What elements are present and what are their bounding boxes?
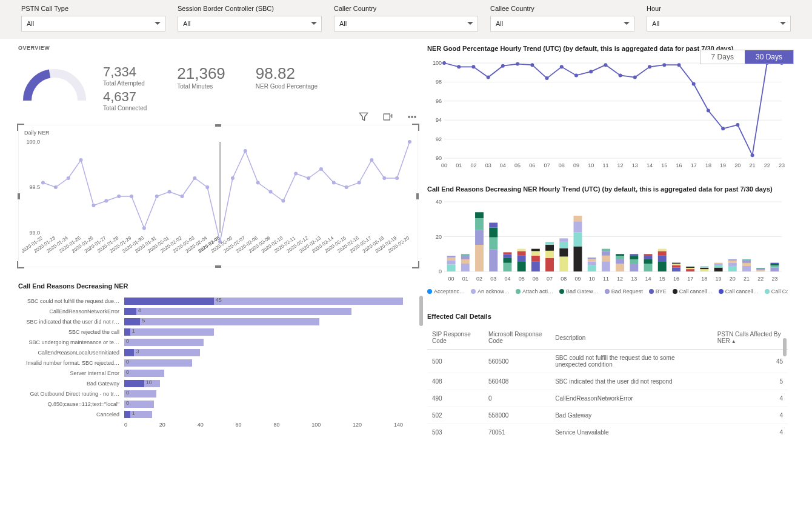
legend-item[interactable]: Bad Gatew… xyxy=(559,288,599,294)
svg-rect-146 xyxy=(489,250,498,271)
svg-rect-185 xyxy=(616,254,624,256)
toggle-7days[interactable]: 7 Days xyxy=(701,50,745,64)
reason-row[interactable]: CallEndReasonNetworkError 4 xyxy=(18,306,418,316)
svg-point-100 xyxy=(736,123,739,127)
svg-rect-200 xyxy=(672,264,681,265)
col-header[interactable]: Microsoft Response Code xyxy=(484,326,550,350)
table-row[interactable]: 4900CallEndReasonNetworkError4 xyxy=(427,390,788,407)
svg-rect-214 xyxy=(728,266,737,271)
table-scrollbar[interactable] xyxy=(783,338,787,356)
kpi-ner-pct: 98.82 xyxy=(256,64,318,83)
svg-text:00: 00 xyxy=(448,276,454,282)
svg-rect-192 xyxy=(644,256,653,259)
svg-point-37 xyxy=(408,140,411,144)
hourly-reasons-chart[interactable]: 0204000010203040506070809101112131415161… xyxy=(427,199,788,284)
kpi-attempted: 7,334 xyxy=(103,64,147,80)
filter-4-select[interactable]: All xyxy=(647,16,791,32)
svg-text:22: 22 xyxy=(764,162,770,168)
svg-rect-136 xyxy=(447,258,456,261)
filter-bar: PSTN Call Type AllSession Border Control… xyxy=(0,0,812,39)
svg-point-83 xyxy=(487,76,490,79)
svg-text:15: 15 xyxy=(661,162,667,168)
filter-3-select[interactable]: All xyxy=(490,16,634,32)
svg-rect-145 xyxy=(475,212,484,218)
col-header[interactable]: PSTN Calls Affected By NER▲ xyxy=(713,326,788,350)
reason-row[interactable]: Server Internal Error 0 xyxy=(18,368,418,378)
legend-item[interactable]: Call Contr… xyxy=(765,288,788,294)
svg-rect-183 xyxy=(616,259,624,264)
table-row[interactable]: 50370051Service Unavailable4 xyxy=(427,424,788,439)
reason-row[interactable]: Q.850;cause=112;text="local" 0 xyxy=(18,399,418,409)
svg-rect-153 xyxy=(503,252,511,254)
table-row[interactable]: 408560408SBC indicated that the user did… xyxy=(427,373,788,390)
reason-row[interactable]: CallEndReasonLocalUserInitiated 3 xyxy=(18,347,418,358)
table-row[interactable]: 502558000Bad Gateway4 xyxy=(427,407,788,424)
reason-row[interactable]: SBC undergoing maintenance or te… 0 xyxy=(18,337,418,347)
col-header[interactable]: SIP Response Code xyxy=(427,326,484,350)
filter-2-select[interactable]: All xyxy=(334,16,478,32)
legend-item[interactable]: Attach acti… xyxy=(516,288,553,294)
reason-row[interactable]: SBC could not fulfill the request due… 4… xyxy=(18,296,418,306)
filter-icon[interactable] xyxy=(358,111,370,124)
toggle-30days[interactable]: 30 Days xyxy=(745,50,793,64)
svg-text:96: 96 xyxy=(436,98,442,104)
svg-text:100.0: 100.0 xyxy=(26,139,40,145)
svg-point-99 xyxy=(721,127,725,130)
svg-rect-229 xyxy=(770,263,779,264)
reason-row[interactable]: SBC rejected the call 1 xyxy=(18,327,418,337)
reason-row[interactable]: Canceled 1 xyxy=(18,409,418,419)
svg-text:18: 18 xyxy=(701,276,707,282)
reason-row[interactable]: Bad Gateway 10 xyxy=(18,378,418,388)
svg-rect-148 xyxy=(489,228,498,238)
svg-text:90: 90 xyxy=(436,155,442,161)
svg-rect-171 xyxy=(574,233,582,247)
svg-rect-194 xyxy=(658,261,667,271)
svg-rect-149 xyxy=(489,223,498,228)
svg-text:02: 02 xyxy=(476,276,482,282)
more-icon[interactable] xyxy=(406,111,418,124)
svg-point-10 xyxy=(67,176,70,180)
svg-text:99.0: 99.0 xyxy=(29,230,40,236)
daily-ner-chart[interactable]: Daily NER 99.099.5100.02020-01-222020-01… xyxy=(18,125,418,267)
table-row[interactable]: 500560500SBC could not fulfill the reque… xyxy=(427,350,788,373)
svg-point-97 xyxy=(692,82,696,86)
legend-item[interactable]: Call cancell… xyxy=(719,288,759,294)
svg-point-33 xyxy=(358,181,361,185)
svg-point-28 xyxy=(294,172,298,176)
svg-rect-193 xyxy=(644,254,653,256)
svg-rect-205 xyxy=(686,266,694,267)
svg-point-90 xyxy=(589,70,593,73)
details-card: Effected Call Details SIP Response CodeM… xyxy=(427,313,788,438)
legend-item[interactable]: BYE xyxy=(649,288,667,294)
reason-row[interactable]: Get Outbound Direct routing - no tr… 0 xyxy=(18,388,418,399)
col-header[interactable]: Description xyxy=(550,326,713,350)
svg-point-86 xyxy=(530,63,534,67)
svg-point-36 xyxy=(395,176,399,180)
svg-text:10: 10 xyxy=(589,276,595,282)
reason-row[interactable]: Invalid number format. SBC rejected… 0 xyxy=(18,358,418,368)
filter-0-select[interactable]: All xyxy=(21,16,165,32)
svg-rect-151 xyxy=(503,258,511,263)
svg-text:04: 04 xyxy=(504,276,510,282)
details-table[interactable]: SIP Response CodeMicrosoft Response Code… xyxy=(427,326,788,438)
gauge-connected-ratio xyxy=(18,64,91,113)
filter-1-select[interactable]: All xyxy=(178,16,322,32)
hbars-scrollbar[interactable] xyxy=(419,296,423,326)
svg-rect-227 xyxy=(770,265,779,268)
dashboard-page: PSTN Call Type AllSession Border Control… xyxy=(0,0,812,509)
legend-item[interactable]: Bad Request xyxy=(605,288,643,294)
hourly-ner-chart[interactable]: 9092949698100000102030405060708091011121… xyxy=(427,58,788,170)
legend-item[interactable]: An acknow… xyxy=(471,288,510,294)
svg-point-11 xyxy=(79,158,83,162)
svg-rect-215 xyxy=(728,263,737,266)
svg-rect-137 xyxy=(447,256,456,258)
reason-row[interactable]: SBC indicated that the user did not r… 5 xyxy=(18,316,418,327)
svg-rect-174 xyxy=(588,265,596,271)
legend-item[interactable]: Call cancell… xyxy=(673,288,713,294)
svg-rect-219 xyxy=(742,263,751,266)
focus-icon[interactable] xyxy=(382,111,394,124)
svg-point-26 xyxy=(269,190,273,194)
legend-item[interactable]: Acceptanc… xyxy=(427,288,465,294)
svg-rect-160 xyxy=(531,251,540,255)
svg-text:19: 19 xyxy=(720,162,726,168)
